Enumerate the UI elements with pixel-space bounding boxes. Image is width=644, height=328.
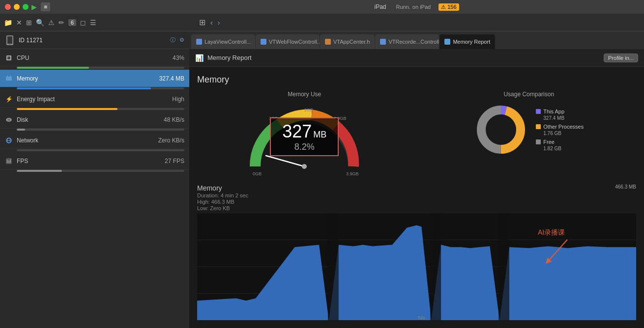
grid-icon[interactable]: ⊞ [26, 19, 32, 27]
tab-memory-icon [444, 39, 450, 45]
fps-bar [17, 170, 62, 172]
memory-stats-row: Memory Use [197, 91, 636, 176]
report-title: Memory Report [207, 54, 252, 61]
device-id: ID 11271 [19, 37, 166, 44]
tab-laya[interactable]: LayaViewControll... [191, 34, 255, 49]
graph-low: Low: Zero KB [197, 205, 248, 211]
gauge-wrapper: 0GB 1GB 2GB 2.9GB 3.9GB 327 MB [240, 103, 368, 176]
window-titlebar: ▶ ■ iPad Runn. on iPad ⚠ 156 [0, 0, 644, 14]
tab-vtrecord-icon [380, 39, 386, 45]
sidebar-item-network[interactable]: Network Zero KB/s [0, 132, 189, 149]
network-bar-container [17, 149, 184, 151]
stop-button[interactable]: ■ [41, 2, 50, 11]
cpu-label: CPU [17, 55, 169, 61]
warn-icon[interactable]: ⚠ [48, 19, 55, 27]
x-icon[interactable]: ✕ [16, 19, 22, 27]
sidebar-item-memory[interactable]: Memory 327.4 MB [0, 70, 189, 87]
sidebar-item-energy[interactable]: ⚡ Energy Impact High [0, 90, 189, 108]
other-dot [536, 124, 541, 129]
svg-rect-35 [498, 213, 509, 320]
gauge-title: Memory Use [288, 91, 321, 98]
play-button[interactable]: ▶ [31, 3, 37, 11]
cpu-icon [5, 54, 13, 62]
usage-title: Usage Comparison [503, 91, 554, 98]
free-dot [536, 139, 541, 144]
maximize-button[interactable] [23, 4, 29, 10]
toolbar-left: 📁 ✕ ⊞ 🔍 ⚠ ✏ 6 ◻ ☰ [4, 19, 193, 27]
energy-value: High [172, 96, 184, 103]
graph-high: High: 466.3 MB [197, 199, 248, 205]
svg-rect-1 [7, 36, 12, 44]
sidebar-item-fps[interactable]: FPS 27 FPS [0, 152, 189, 170]
legend-other: Other Processes 1.76 GB [536, 124, 584, 136]
svg-text:52s: 52s [418, 315, 425, 320]
report-icon: 📊 [195, 54, 204, 62]
donut-chart [474, 103, 528, 157]
network-icon [5, 137, 13, 144]
info-icon[interactable]: ⓘ [170, 36, 176, 44]
svg-rect-34 [430, 213, 441, 320]
warning-count: 156 [447, 4, 456, 10]
svg-rect-33 [328, 213, 339, 320]
usage-legend: This App 327.4 MB Other Processes 1.76 G… [536, 109, 584, 151]
main-content: ID 11271 ⓘ ⚙ CPU 43% Memory 327.4 MB [0, 31, 644, 328]
profile-button[interactable]: Profile in... [604, 54, 638, 62]
tab-vtweb[interactable]: VTWebFlowControll... [256, 34, 320, 49]
sidebar-item-disk[interactable]: Disk 48 KB/s [0, 111, 189, 129]
sidebar-header: ID 11271 ⓘ ⚙ [0, 31, 189, 49]
tab-vtweb-icon [261, 39, 266, 45]
svg-rect-7 [10, 76, 11, 77]
this-app-value: 327.4 MB [543, 115, 584, 121]
close-button[interactable] [5, 4, 11, 10]
grid-view-icon[interactable]: ⊞ [199, 18, 205, 27]
svg-rect-14 [7, 160, 8, 163]
graph-info-left: Memory Duration: 4 min 2 sec High: 466.3… [197, 184, 248, 211]
network-value: Zero KB/s [158, 137, 184, 144]
settings-icon[interactable]: ⚙ [179, 37, 184, 43]
svg-text:2GB: 2GB [304, 108, 313, 112]
memory-section-title: Memory [197, 75, 636, 85]
tab-vtrecord[interactable]: VTRecorde...Controll... [375, 34, 439, 49]
toolbar-right: ⊞ ‹ › [195, 18, 640, 27]
sidebar: ID 11271 ⓘ ⚙ CPU 43% Memory 327.4 MB [0, 31, 189, 328]
cpu-value: 43% [173, 55, 184, 61]
legend-free: Free 1.82 GB [536, 139, 584, 151]
memory-label: Memory [17, 75, 155, 82]
svg-point-27 [488, 117, 514, 142]
graph-info: Memory Duration: 4 min 2 sec High: 466.3… [197, 184, 636, 211]
svg-point-9 [8, 119, 10, 120]
report-header: 📊 Memory Report Profile in... [189, 49, 644, 67]
tab-laya-icon [196, 39, 202, 45]
fps-value: 27 FPS [165, 158, 184, 164]
brush-icon[interactable]: ✏ [59, 19, 64, 27]
sidebar-item-cpu[interactable]: CPU 43% [0, 49, 189, 67]
memory-bar [17, 87, 151, 89]
legend-this-app: This App 327.4 MB [536, 109, 584, 121]
tab-vtweb-label: VTWebFlowControll... [269, 39, 322, 45]
back-arrow[interactable]: ‹ [208, 19, 215, 27]
run-status: Runn. [396, 4, 410, 10]
shape-icon[interactable]: ◻ [80, 19, 86, 27]
gauge-value: 327 [282, 121, 312, 142]
nav-arrows: ‹ › [208, 19, 222, 27]
list-icon[interactable]: ☰ [90, 19, 96, 27]
search-icon[interactable]: 🔍 [36, 19, 44, 27]
memory-graph-section: Memory Duration: 4 min 2 sec High: 466.3… [197, 184, 636, 320]
tab-memory[interactable]: Memory Report [439, 34, 495, 49]
folder-icon[interactable]: 📁 [4, 19, 12, 27]
tab-vtapp-label: VTAppCenter.h [333, 39, 370, 45]
tabs-bar: LayaViewControll... VTWebFlowControll...… [189, 31, 644, 49]
right-panel: LayaViewControll... VTWebFlowControll...… [189, 31, 644, 328]
tab-vtapp[interactable]: VTAppCenter.h [320, 34, 375, 49]
minimize-button[interactable] [14, 4, 20, 10]
fps-bar-container [17, 170, 184, 172]
disk-bar [17, 129, 25, 131]
tab-laya-label: LayaViewControll... [205, 39, 251, 45]
gauge-value-box: 327 MB 8.2% [270, 117, 339, 156]
graph-container: 52s AI录播课 [197, 213, 636, 320]
energy-icon: ⚡ [5, 95, 13, 103]
titlebar-right: iPad Runn. on iPad ⚠ 156 [189, 3, 644, 11]
svg-rect-16 [10, 159, 11, 163]
svg-rect-5 [6, 77, 12, 81]
forward-arrow[interactable]: › [216, 19, 222, 27]
